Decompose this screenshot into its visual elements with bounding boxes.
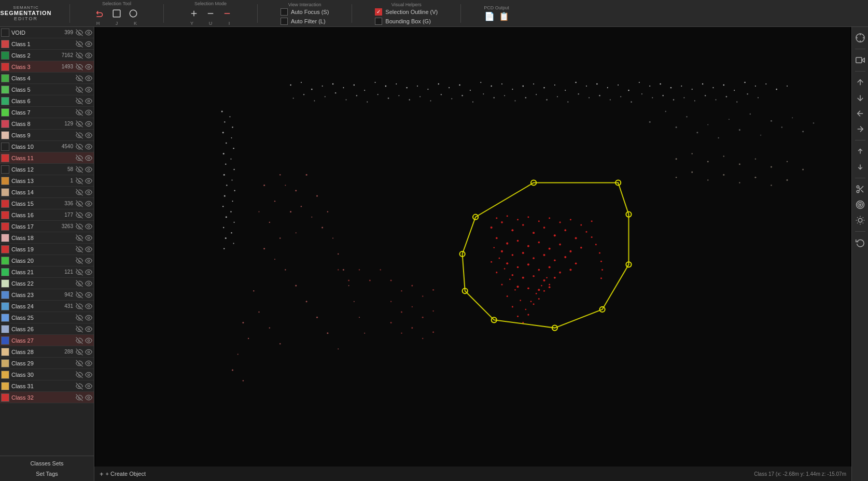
class-visibility-icon[interactable] xyxy=(85,279,93,288)
class-hide-icon[interactable] xyxy=(75,348,83,356)
class-hide-icon[interactable] xyxy=(75,200,83,208)
class-row[interactable]: Class 19 xyxy=(0,244,94,255)
class-visibility-icon[interactable] xyxy=(85,131,93,139)
undo-tool-icon[interactable] xyxy=(94,7,106,20)
class-row[interactable]: Class 131 xyxy=(0,175,94,187)
class-row[interactable]: Class 23942 xyxy=(0,289,94,301)
class-visibility-icon[interactable] xyxy=(85,63,93,71)
class-row[interactable]: Class 31493 xyxy=(0,61,94,73)
class-visibility-icon[interactable] xyxy=(85,371,93,379)
class-row[interactable]: Class 22 xyxy=(0,278,94,289)
class-row[interactable]: Class 4 xyxy=(0,73,94,84)
class-hide-icon[interactable] xyxy=(75,393,83,402)
class-hide-icon[interactable] xyxy=(75,222,83,231)
class-row[interactable]: Class 15336 xyxy=(0,198,94,209)
class-row[interactable]: Class 9 xyxy=(0,130,94,141)
class-visibility-icon[interactable] xyxy=(85,336,93,345)
reset-icon[interactable] xyxy=(853,236,867,249)
class-hide-icon[interactable] xyxy=(75,154,83,162)
move-left-icon[interactable] xyxy=(853,107,867,120)
class-visibility-icon[interactable] xyxy=(85,211,93,219)
class-hide-icon[interactable] xyxy=(75,234,83,242)
class-row[interactable]: Class 16177 xyxy=(0,209,94,221)
class-row[interactable]: Class 24431 xyxy=(0,301,94,312)
class-hide-icon[interactable] xyxy=(75,143,83,151)
class-row[interactable]: Class 31 xyxy=(0,380,94,392)
class-hide-icon[interactable] xyxy=(75,314,83,322)
move-right-icon[interactable] xyxy=(853,122,867,136)
auto-focus-checkbox[interactable] xyxy=(281,8,288,16)
class-row[interactable]: Class 21121 xyxy=(0,266,94,278)
class-row[interactable]: Class 20 xyxy=(0,255,94,266)
class-visibility-icon[interactable] xyxy=(85,154,93,162)
translate-forward-icon[interactable] xyxy=(853,145,867,158)
class-row[interactable]: Class 5 xyxy=(0,84,94,95)
class-row[interactable]: Class 7 xyxy=(0,107,94,118)
pcd-export-icon[interactable]: 📋 xyxy=(499,11,509,21)
class-visibility-icon[interactable] xyxy=(85,268,93,276)
class-visibility-icon[interactable] xyxy=(85,51,93,60)
class-row[interactable]: Class 32 xyxy=(0,392,94,403)
class-row[interactable]: Class 14 xyxy=(0,187,94,198)
class-hide-icon[interactable] xyxy=(75,188,83,196)
classes-sets-button[interactable]: Classes Sets xyxy=(4,459,90,468)
class-row[interactable]: Class 173263 xyxy=(0,221,94,232)
class-visibility-icon[interactable] xyxy=(85,177,93,185)
class-row[interactable]: Class 18 xyxy=(0,232,94,244)
class-hide-icon[interactable] xyxy=(75,51,83,60)
class-visibility-icon[interactable] xyxy=(85,120,93,128)
selection-outline-checkbox[interactable] xyxy=(375,8,382,16)
class-row[interactable]: Class 1258 xyxy=(0,164,94,175)
class-visibility-icon[interactable] xyxy=(85,348,93,356)
class-visibility-icon[interactable] xyxy=(85,234,93,242)
subtract-mode-icon[interactable] xyxy=(204,7,217,20)
class-visibility-icon[interactable] xyxy=(85,74,93,82)
class-row[interactable]: Class 6 xyxy=(0,95,94,107)
class-visibility-icon[interactable] xyxy=(85,222,93,231)
class-visibility-icon[interactable] xyxy=(85,291,93,299)
pcd-file-icon[interactable]: 📄 xyxy=(484,11,495,21)
viewport[interactable]: + + Create Object Class 17 (x: -2.68m y:… xyxy=(94,27,851,481)
bounding-box-checkbox[interactable] xyxy=(375,18,382,25)
class-row[interactable]: Class 8129 xyxy=(0,118,94,130)
add-mode-icon[interactable] xyxy=(188,7,200,20)
class-visibility-icon[interactable] xyxy=(85,143,93,151)
class-row[interactable]: Class 11 xyxy=(0,152,94,164)
compass-icon[interactable] xyxy=(853,31,867,45)
class-row[interactable]: Class 1 xyxy=(0,38,94,50)
class-hide-icon[interactable] xyxy=(75,86,83,94)
light-icon[interactable] xyxy=(853,214,867,227)
class-visibility-icon[interactable] xyxy=(85,108,93,117)
class-row[interactable]: Class 27 xyxy=(0,335,94,346)
set-tags-button[interactable]: Set Tags xyxy=(4,470,90,478)
class-hide-icon[interactable] xyxy=(75,245,83,253)
remove-mode-icon[interactable] xyxy=(221,7,233,20)
class-visibility-icon[interactable] xyxy=(85,200,93,208)
class-hide-icon[interactable] xyxy=(75,257,83,265)
class-hide-icon[interactable] xyxy=(75,40,83,48)
class-row[interactable]: VOID399 xyxy=(0,27,94,38)
class-hide-icon[interactable] xyxy=(75,382,83,390)
rectangle-tool-icon[interactable] xyxy=(110,7,123,20)
move-up-icon[interactable] xyxy=(853,76,867,89)
class-row[interactable]: Class 28288 xyxy=(0,346,94,358)
class-hide-icon[interactable] xyxy=(75,325,83,333)
class-hide-icon[interactable] xyxy=(75,211,83,219)
class-hide-icon[interactable] xyxy=(75,336,83,345)
class-visibility-icon[interactable] xyxy=(85,393,93,402)
class-visibility-icon[interactable] xyxy=(85,359,93,367)
class-visibility-icon[interactable] xyxy=(85,325,93,333)
class-visibility-icon[interactable] xyxy=(85,257,93,265)
class-row[interactable]: Class 29 xyxy=(0,358,94,369)
class-visibility-icon[interactable] xyxy=(85,86,93,94)
move-down-icon[interactable] xyxy=(853,91,867,105)
class-row[interactable]: Class 104540 xyxy=(0,141,94,152)
class-row[interactable]: Class 26 xyxy=(0,323,94,335)
auto-filter-checkbox[interactable] xyxy=(281,18,288,25)
class-hide-icon[interactable] xyxy=(75,29,83,37)
create-object-btn[interactable]: + + Create Object xyxy=(100,470,146,478)
class-hide-icon[interactable] xyxy=(75,131,83,139)
class-hide-icon[interactable] xyxy=(75,371,83,379)
class-visibility-icon[interactable] xyxy=(85,29,93,37)
class-visibility-icon[interactable] xyxy=(85,188,93,196)
